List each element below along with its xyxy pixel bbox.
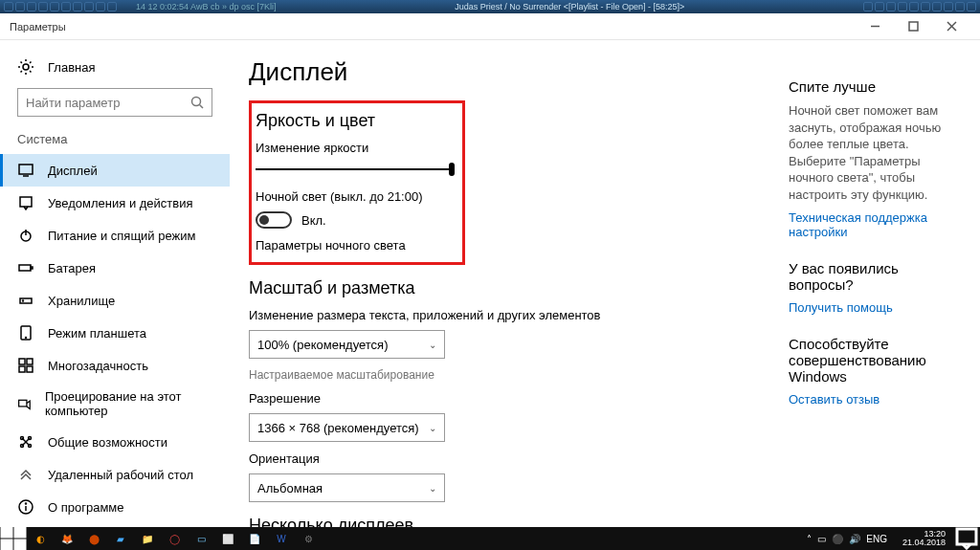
sidebar-group-label: Система [0, 132, 230, 154]
toggle-state: Вкл. [301, 213, 326, 228]
custom-scale-link[interactable]: Настраиваемое масштабирование [249, 368, 766, 382]
sidebar-item-notifications[interactable]: Уведомления и действия [0, 187, 230, 219]
maximize-button[interactable] [894, 13, 932, 40]
home-button[interactable]: Главная [0, 54, 230, 80]
minimize-button[interactable] [856, 13, 894, 40]
orientation-combo[interactable]: Альбомная ⌄ [249, 473, 445, 502]
brightness-label: Изменение яркости [256, 141, 455, 155]
section-multi: Несколько дисплеев [249, 516, 766, 527]
main-panel: Дисплей Яркость и цвет Изменение яркости… [230, 40, 789, 527]
resolution-label: Разрешение [249, 391, 766, 406]
window-title: Параметры [10, 21, 66, 33]
clock-date: 21.04.2018 [902, 539, 946, 547]
sidebar-item-label: Батарея [48, 261, 96, 275]
sidebar-item-multitask[interactable]: Многозадачность [0, 349, 230, 382]
svg-rect-9 [20, 197, 32, 207]
taskbar-app-1[interactable]: ◐ [27, 527, 54, 550]
scale-combo[interactable]: 100% (рекомендуется) ⌄ [249, 330, 445, 359]
sidebar-item-shared[interactable]: Общие возможности [0, 426, 230, 458]
taskbar-app-9[interactable]: 📄 [241, 527, 268, 550]
scale-label: Изменение размера текста, приложений и д… [249, 308, 766, 322]
taskbar-app-7[interactable]: ▭ [188, 527, 214, 550]
sidebar-item-label: О программе [48, 500, 124, 515]
page-title: Дисплей [249, 57, 766, 87]
player-controls-left[interactable] [4, 2, 117, 11]
nightlight-toggle[interactable] [256, 211, 292, 229]
battery-icon [17, 259, 34, 276]
chevron-down-icon: ⌄ [429, 483, 436, 494]
sidebar: Главная Найти параметр Система Дисплей У… [0, 40, 230, 527]
resolution-value: 1366 × 768 (рекомендуется) [257, 421, 419, 435]
taskbar-app-3[interactable]: ⬤ [80, 527, 107, 550]
taskbar-clock[interactable]: 13:20 21.04.2018 [895, 530, 953, 547]
tray-battery-icon[interactable]: ▭ [817, 534, 826, 544]
display-icon [17, 162, 34, 179]
svg-rect-22 [19, 400, 27, 407]
r2-link[interactable]: Получить помощь [789, 300, 967, 315]
r1-link[interactable]: Техническая поддержка настройки [789, 210, 967, 239]
sidebar-item-tablet[interactable]: Режим планшета [0, 317, 230, 349]
remote-icon [17, 466, 34, 483]
sidebar-item-storage[interactable]: Хранилище [0, 284, 230, 317]
r3-link[interactable]: Оставить отзыв [789, 392, 967, 407]
tray-volume-icon[interactable]: 🔊 [849, 534, 860, 544]
taskbar-app-2[interactable]: 🦊 [54, 527, 80, 550]
chevron-down-icon: ⌄ [429, 423, 436, 433]
section-scale: Масштаб и разметка [249, 278, 766, 298]
sidebar-item-remote[interactable]: Удаленный рабочий стол [0, 458, 230, 491]
multitask-icon [17, 357, 34, 374]
system-tray[interactable]: ˄ ▭ ⚫ 🔊 ENG [799, 534, 895, 544]
taskbar-app-5[interactable]: 📁 [134, 527, 161, 550]
sidebar-item-about[interactable]: О программе [0, 491, 230, 523]
nightlight-label: Ночной свет (выкл. до 21:00) [256, 189, 455, 204]
window-titlebar: Параметры [0, 13, 980, 40]
svg-rect-20 [19, 366, 25, 372]
svg-rect-30 [2, 527, 11, 537]
info-panel: Спите лучше Ночной свет поможет вам засн… [789, 40, 980, 527]
svg-rect-13 [31, 267, 33, 269]
power-icon [17, 227, 34, 244]
player-controls-right[interactable] [863, 2, 976, 11]
tray-chevron-icon[interactable]: ˄ [807, 534, 812, 544]
search-icon [190, 96, 204, 109]
sidebar-item-label: Уведомления и действия [48, 196, 193, 210]
notifications-button[interactable] [953, 527, 980, 550]
tray-wifi-icon[interactable]: ⚫ [832, 534, 843, 544]
sidebar-item-display[interactable]: Дисплей [0, 154, 230, 187]
svg-rect-7 [19, 165, 33, 174]
sidebar-item-battery[interactable]: Батарея [0, 252, 230, 284]
tray-lang[interactable]: ENG [866, 534, 887, 544]
sidebar-item-label: Удаленный рабочий стол [48, 468, 193, 482]
project-icon [17, 395, 32, 412]
media-player-bar: 14 12 0:02:54 AwB cb » dp osc [7Kli] Jud… [0, 0, 980, 13]
section-brightness: Яркость и цвет [256, 111, 455, 131]
about-icon [17, 498, 34, 516]
svg-rect-18 [19, 359, 25, 364]
search-input[interactable]: Найти параметр [17, 88, 212, 117]
svg-rect-1 [909, 22, 918, 31]
sidebar-item-label: Режим планшета [48, 326, 146, 341]
nightlight-settings-link[interactable]: Параметры ночного света [256, 238, 455, 253]
taskbar-app-8[interactable]: ⬜ [214, 527, 241, 550]
taskbar-app-4[interactable]: ▰ [107, 527, 134, 550]
taskbar-app-10[interactable]: W [268, 527, 295, 550]
svg-rect-19 [27, 359, 33, 364]
taskbar-app-11[interactable]: ⚙ [295, 527, 322, 550]
storage-icon [17, 292, 34, 309]
sidebar-item-project[interactable]: Проецирование на этот компьютер [0, 382, 230, 426]
shared-icon [17, 433, 34, 451]
sidebar-item-label: Хранилище [48, 294, 115, 308]
brightness-slider[interactable] [256, 163, 455, 176]
player-stats: 14 12 0:02:54 AwB cb » dp osc [7Kli] [136, 2, 276, 11]
sidebar-item-power[interactable]: Питание и спящий режим [0, 219, 230, 252]
svg-point-17 [26, 338, 27, 339]
start-button[interactable] [0, 527, 27, 550]
taskbar: ◐ 🦊 ⬤ ▰ 📁 ◯ ▭ ⬜ 📄 W ⚙ ˄ ▭ ⚫ 🔊 ENG 13:20 … [0, 527, 980, 550]
svg-rect-34 [957, 529, 976, 544]
taskbar-app-6[interactable]: ◯ [161, 527, 188, 550]
close-button[interactable] [932, 13, 970, 40]
resolution-combo[interactable]: 1366 × 768 (рекомендуется) ⌄ [249, 413, 445, 442]
scale-value: 100% (рекомендуется) [257, 338, 388, 352]
orientation-label: Ориентация [249, 451, 766, 466]
sidebar-item-label: Многозадачность [48, 359, 148, 373]
